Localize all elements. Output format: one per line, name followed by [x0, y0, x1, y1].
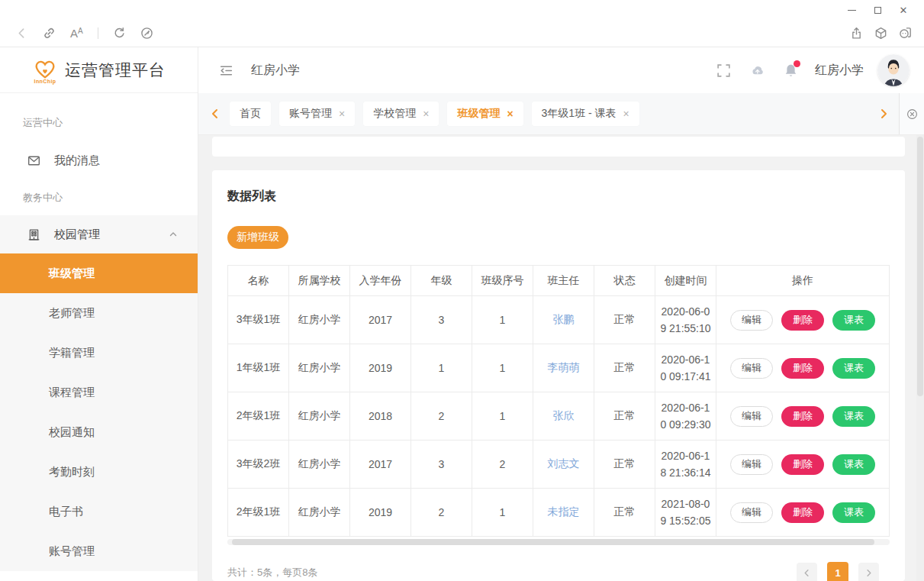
sidebar-item-label: 课程管理 [49, 386, 95, 400]
table-header-row: 名称 所属学校 入学年份 年级 班级序号 班主任 状态 创建时间 操作 [228, 266, 890, 296]
minimize-button[interactable] [839, 2, 864, 18]
schedule-button[interactable]: 课表 [832, 310, 875, 331]
sidebar-item-class-management[interactable]: 班级管理 [0, 253, 198, 293]
edit-button[interactable]: 编辑 [730, 358, 773, 379]
tab-school-management[interactable]: 学校管理× [363, 102, 439, 126]
cell-name: 3年级2班 [228, 441, 289, 489]
head-teacher-link[interactable]: 未指定 [548, 505, 580, 518]
sidebar-item-campus-management[interactable]: 校园管理 [0, 215, 198, 253]
sidebar-item-course-management[interactable]: 课程管理 [0, 373, 198, 412]
delete-button[interactable]: 删除 [781, 454, 824, 475]
close-all-tabs-button[interactable] [899, 93, 924, 134]
font-size-large-glyph: A [70, 27, 78, 39]
edit-button[interactable]: 编辑 [730, 454, 773, 475]
notification-dot [794, 60, 800, 67]
edit-button[interactable]: 编辑 [730, 502, 773, 523]
cell-name: 1年级1班 [228, 344, 289, 392]
cell-grade: 1 [411, 344, 472, 392]
sidebar-item-campus-notice[interactable]: 校园通知 [0, 412, 198, 452]
head-teacher-link[interactable]: 张鹏 [553, 313, 575, 325]
tab-close-icon[interactable]: × [339, 108, 345, 119]
tab-close-icon[interactable]: × [507, 108, 513, 119]
cloud-upload-icon[interactable] [749, 63, 765, 78]
close-button[interactable]: ✕ [890, 2, 916, 18]
cell-enroll-year: 2017 [350, 441, 411, 489]
sidebar-item-student-records[interactable]: 学籍管理 [0, 333, 198, 373]
cell-status: 正常 [594, 296, 655, 344]
chevron-left-icon [803, 569, 811, 577]
head-teacher-link[interactable]: 张欣 [553, 409, 575, 421]
tab-label: 账号管理 [289, 107, 332, 121]
tab-class-management[interactable]: 班级管理× [447, 102, 523, 126]
avatar[interactable] [877, 54, 910, 86]
col-school: 所属学校 [289, 266, 350, 296]
sidebar-item-teacher-management[interactable]: 老师管理 [0, 293, 198, 333]
scrollbar-thumb[interactable] [917, 137, 923, 396]
head-teacher-link[interactable]: 李萌萌 [548, 361, 580, 373]
pagination: 1 [797, 562, 890, 581]
data-list-card: 数据列表 新增班级 名称 所属学校 入学年份 年级 班级序 [212, 170, 905, 581]
page-title: 红房小学 [251, 63, 300, 79]
tab-label: 班级管理 [457, 107, 500, 121]
edit-button[interactable]: 编辑 [730, 310, 773, 331]
tabs-scroll-left-icon[interactable] [209, 108, 221, 120]
tab-close-icon[interactable]: × [623, 108, 629, 119]
prev-page-button[interactable] [797, 563, 817, 581]
cell-class-no: 1 [472, 489, 533, 537]
notification-bell-icon[interactable] [783, 63, 798, 78]
table-row: 2年级1班 红房小学 2018 2 1 张欣 正常 2020-06-10 09:… [228, 392, 890, 441]
building-icon [27, 228, 40, 241]
contact-icon[interactable] [899, 27, 912, 40]
back-button[interactable] [15, 27, 28, 40]
head-teacher-link[interactable]: 刘志文 [548, 457, 580, 470]
delete-button[interactable]: 删除 [781, 310, 824, 331]
chevron-up-icon [169, 230, 178, 239]
cell-created: 2020-06-10 09:29:30 [655, 392, 716, 441]
sidebar-item-my-messages[interactable]: 我的消息 [0, 144, 198, 177]
delete-button[interactable]: 删除 [781, 358, 824, 379]
cell-grade: 3 [411, 296, 472, 344]
maximize-button[interactable] [864, 2, 890, 18]
scrollbar-thumb[interactable] [232, 539, 874, 545]
circle-close-icon [906, 108, 918, 120]
tabs-scroll-right-icon[interactable] [877, 108, 890, 120]
add-class-button[interactable]: 新增班级 [227, 226, 288, 249]
tab-class-schedule[interactable]: 3年级1班 - 课表× [532, 102, 639, 126]
share-icon[interactable] [850, 27, 863, 40]
tab-account-management[interactable]: 账号管理× [279, 102, 355, 126]
section-label-operation: 运营中心 [0, 115, 198, 131]
cell-created: 2020-06-18 21:36:14 [655, 441, 716, 489]
sidebar-item-label: 我的消息 [54, 153, 100, 168]
cell-created: 2020-06-09 21:55:10 [655, 296, 716, 344]
schedule-button[interactable]: 课表 [832, 454, 875, 475]
edit-button[interactable]: 编辑 [730, 406, 773, 427]
refresh-button[interactable] [113, 27, 126, 40]
fullscreen-icon[interactable] [716, 63, 731, 78]
delete-button[interactable]: 删除 [781, 406, 824, 427]
tab-home[interactable]: 首页 [230, 102, 271, 126]
font-size-button[interactable]: AA [70, 27, 83, 39]
schedule-button[interactable]: 课表 [832, 502, 875, 523]
delete-button[interactable]: 删除 [781, 502, 824, 523]
cell-name: 2年级1班 [228, 392, 289, 441]
menu-fold-icon[interactable] [219, 63, 233, 78]
sidebar-item-attendance-time[interactable]: 考勤时刻 [0, 452, 198, 492]
next-page-button[interactable] [858, 563, 879, 581]
horizontal-scrollbar[interactable] [227, 539, 890, 545]
cell-school: 红房小学 [289, 392, 350, 441]
page-1-button[interactable]: 1 [827, 562, 848, 581]
sidebar-item-ebook[interactable]: 电子书 [0, 492, 198, 531]
cube-icon[interactable] [874, 27, 887, 40]
vertical-scrollbar[interactable] [916, 135, 924, 581]
link-icon[interactable] [43, 27, 56, 40]
minimize-icon [848, 10, 856, 11]
schedule-button[interactable]: 课表 [832, 406, 875, 427]
font-size-small-glyph: A [78, 27, 83, 35]
tab-label: 学校管理 [373, 107, 416, 121]
schedule-button[interactable]: 课表 [832, 358, 875, 379]
sidebar-item-account-management[interactable]: 账号管理 [0, 531, 198, 571]
tab-close-icon[interactable]: × [423, 108, 429, 119]
cell-class-no: 2 [472, 441, 533, 489]
compass-icon[interactable] [140, 27, 153, 40]
cell-status: 正常 [594, 489, 655, 537]
